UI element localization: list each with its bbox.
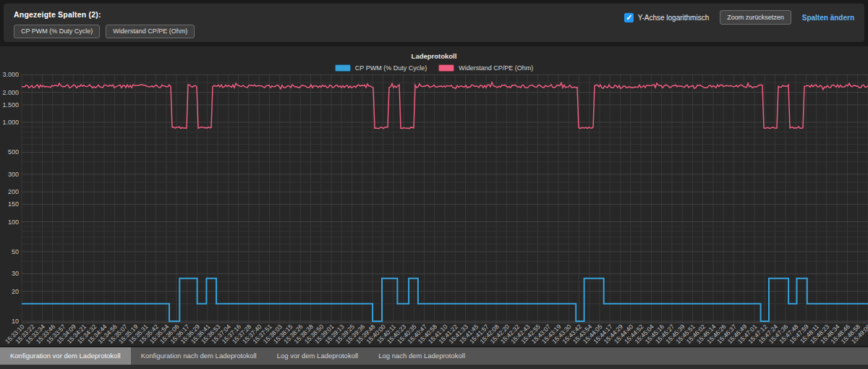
svg-text:500: 500: [8, 148, 19, 156]
tab-3[interactable]: Log nach dem Ladeprotokoll: [368, 347, 475, 365]
columns-toolbar: Angezeigte Spalten (2): CP PWM (% Duty C…: [4, 4, 864, 42]
svg-text:300: 300: [8, 171, 19, 178]
column-chip-1[interactable]: Widerstand CP/PE (Ohm): [106, 25, 195, 38]
displayed-columns-heading: Angezeigte Spalten (2):: [14, 10, 101, 19]
log-y-axis-toggle[interactable]: Y-Achse logarithmisch: [624, 13, 710, 22]
x-axis-labels: 15:33:1015:33:2215:33:3415:33:4615:33:57…: [4, 323, 868, 345]
column-chip-0[interactable]: CP PWM (% Duty Cycle): [14, 25, 100, 38]
grid-lines: [22, 74, 868, 323]
app-window: Angezeigte Spalten (2): CP PWM (% Duty C…: [0, 0, 868, 369]
tab-2[interactable]: Log vor dem Ladeprotokoll: [267, 347, 369, 365]
svg-text:200: 200: [8, 188, 19, 195]
toolbar-right-controls: Y-Achse logarithmisch Zoom zurücksetzen …: [624, 4, 854, 31]
svg-text:3.000: 3.000: [2, 71, 19, 78]
svg-text:2.000: 2.000: [2, 89, 19, 96]
svg-text:1.500: 1.500: [2, 101, 19, 109]
bottom-tab-bar: Konfiguration vor dem LadeprotokollKonfi…: [0, 347, 868, 365]
tab-1[interactable]: Konfiguration nach dem Ladeprotokoll: [131, 347, 267, 365]
svg-text:10: 10: [12, 318, 19, 325]
svg-text:1.000: 1.000: [2, 119, 19, 126]
change-columns-link[interactable]: Spalten ändern: [802, 14, 854, 22]
svg-text:50: 50: [12, 248, 19, 255]
svg-text:100: 100: [8, 219, 19, 226]
tab-0[interactable]: Konfiguration vor dem Ladeprotokoll: [0, 347, 131, 365]
column-chip-list: CP PWM (% Duty Cycle)Widerstand CP/PE (O…: [14, 25, 195, 38]
svg-text:30: 30: [12, 270, 19, 277]
svg-text:20: 20: [12, 288, 19, 295]
chart-plot-area[interactable]: 3.0002.0001.5001.00050030020015010050302…: [0, 46, 868, 346]
chart-panel: Ladeprotokoll CP PWM (% Duty Cycle)Wider…: [0, 46, 868, 346]
checkbox-checked-icon[interactable]: [624, 13, 634, 22]
bottom-strip: [0, 365, 868, 369]
svg-text:150: 150: [8, 200, 19, 208]
log-y-axis-label: Y-Achse logarithmisch: [638, 14, 710, 22]
zoom-reset-button[interactable]: Zoom zurücksetzen: [720, 10, 791, 25]
y-axis-labels: 3.0002.0001.5001.00050030020015010050302…: [2, 71, 19, 325]
